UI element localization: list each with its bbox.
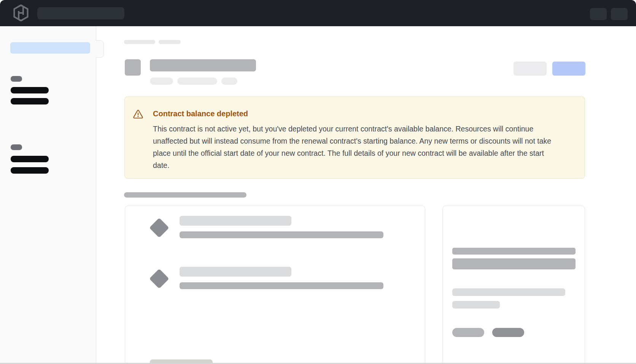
card-text-skeleton — [452, 301, 500, 309]
alert-body: This contract is not active yet, but you… — [153, 123, 562, 171]
nav-action-button-2[interactable] — [611, 8, 628, 20]
alert-title: Contract balance depleted — [153, 109, 248, 118]
sidebar-collapse-handle[interactable] — [96, 40, 104, 58]
card-heading-skeleton — [452, 258, 576, 269]
warning-triangle-icon — [133, 109, 143, 120]
meta-pill-skeleton — [150, 78, 173, 85]
row-subtitle-skeleton — [180, 231, 383, 238]
row-title-skeleton — [180, 216, 291, 226]
main-content: Contract balance depleted This contract … — [97, 26, 636, 364]
card-heading-skeleton — [452, 248, 576, 255]
row-subtitle-skeleton — [180, 282, 383, 289]
resources-card — [125, 206, 425, 364]
sidebar-active-item-skeleton[interactable] — [10, 42, 90, 54]
primary-button-skeleton[interactable] — [552, 62, 585, 76]
sidebar-item-skeleton[interactable] — [11, 156, 49, 162]
contract-balance-alert: Contract balance depleted This contract … — [124, 97, 585, 179]
diamond-icon — [149, 269, 169, 288]
hashicorp-logo-icon[interactable] — [13, 5, 29, 21]
sidebar-item-skeleton[interactable] — [11, 87, 49, 93]
summary-card — [442, 206, 585, 364]
top-navbar — [0, 0, 636, 26]
meta-pill-skeleton — [221, 78, 237, 85]
card-button-skeleton[interactable] — [452, 328, 484, 337]
sidebar-item-skeleton[interactable] — [11, 167, 49, 174]
section-title-skeleton — [124, 192, 246, 198]
sidebar-section-label-skeleton — [11, 144, 22, 150]
page-icon-skeleton — [125, 59, 141, 76]
search-skeleton[interactable] — [37, 7, 124, 19]
meta-pill-skeleton — [177, 78, 217, 85]
app-window: Contract balance depleted This contract … — [0, 0, 636, 364]
breadcrumb-skeleton — [159, 40, 181, 44]
diamond-icon — [149, 218, 169, 237]
card-button-skeleton[interactable] — [492, 328, 524, 337]
nav-action-button-1[interactable] — [590, 8, 607, 20]
sidebar-item-skeleton[interactable] — [11, 98, 49, 104]
secondary-button-skeleton[interactable] — [514, 62, 547, 76]
page-title-skeleton — [150, 59, 256, 71]
sidebar-section-label-skeleton — [11, 76, 22, 82]
row-title-skeleton — [180, 267, 291, 277]
card-text-skeleton — [452, 288, 565, 296]
breadcrumb-skeleton — [124, 40, 155, 44]
sidebar — [0, 26, 96, 364]
